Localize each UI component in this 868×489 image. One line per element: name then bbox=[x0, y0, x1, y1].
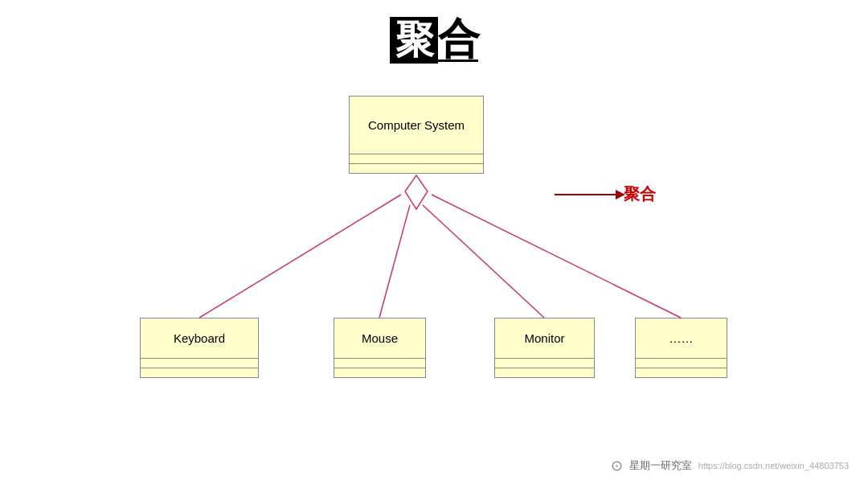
page: 聚合 Computer System Keyboard Mouse Monito… bbox=[0, 0, 868, 489]
divider-2 bbox=[350, 163, 483, 173]
ju-char: 聚 bbox=[390, 17, 438, 64]
title-logo: 聚合 bbox=[390, 14, 478, 64]
connections-svg bbox=[0, 0, 868, 489]
juhe-label-area: 聚合 bbox=[555, 183, 656, 205]
divider-1 bbox=[334, 358, 425, 368]
divider-1 bbox=[141, 358, 258, 368]
ellipsis-label: …… bbox=[636, 318, 727, 358]
svg-line-2 bbox=[423, 205, 544, 318]
divider-2 bbox=[141, 368, 258, 377]
divider-1 bbox=[350, 154, 483, 163]
svg-line-0 bbox=[199, 195, 401, 318]
monitor-box: Monitor bbox=[494, 318, 595, 378]
footer-brand: 星期一研究室 bbox=[629, 458, 692, 473]
juhe-text: 聚合 bbox=[624, 183, 656, 205]
divider-2 bbox=[636, 368, 727, 377]
he-char: 合 bbox=[438, 18, 478, 62]
mouse-label: Mouse bbox=[334, 318, 425, 358]
title-area: 聚合 bbox=[390, 14, 478, 64]
svg-line-3 bbox=[432, 195, 681, 318]
divider-2 bbox=[495, 368, 594, 377]
keyboard-label: Keyboard bbox=[141, 318, 258, 358]
computer-system-box: Computer System bbox=[349, 96, 484, 174]
divider-1 bbox=[495, 358, 594, 368]
keyboard-box: Keyboard bbox=[140, 318, 259, 378]
computer-system-label: Computer System bbox=[350, 97, 483, 154]
divider-2 bbox=[334, 368, 425, 377]
svg-line-1 bbox=[379, 205, 410, 318]
divider-1 bbox=[636, 358, 727, 368]
footer-url: https://blog.csdn.net/weixin_44803753 bbox=[698, 461, 849, 471]
arrow-line bbox=[555, 194, 619, 195]
monitor-label: Monitor bbox=[495, 318, 594, 358]
svg-marker-4 bbox=[405, 175, 428, 209]
ellipsis-box: …… bbox=[635, 318, 727, 378]
footer: ⊙ 星期一研究室 https://blog.csdn.net/weixin_44… bbox=[611, 457, 849, 475]
wechat-icon: ⊙ bbox=[611, 457, 623, 475]
mouse-box: Mouse bbox=[334, 318, 426, 378]
